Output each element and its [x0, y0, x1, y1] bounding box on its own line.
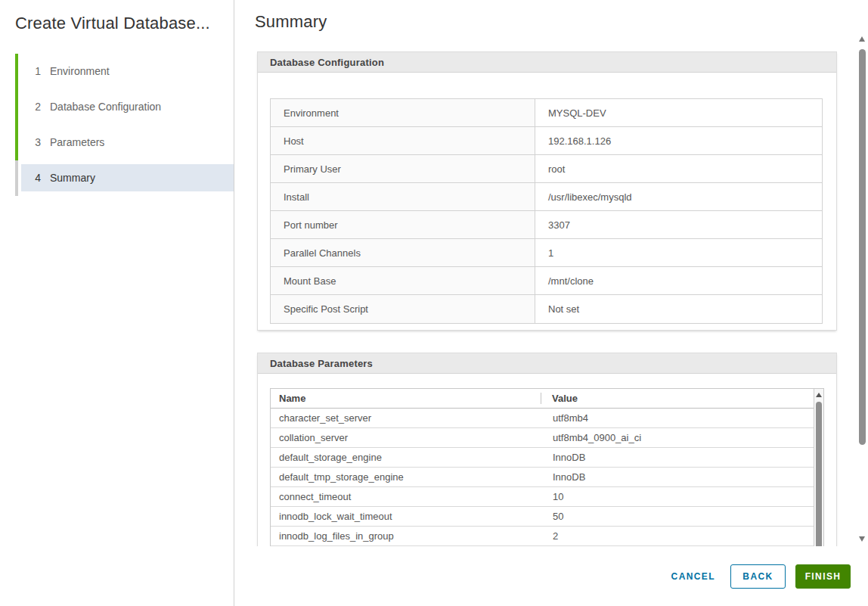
- config-label: Install: [271, 183, 535, 210]
- param-value: 50: [541, 511, 823, 522]
- param-name: innodb_log_files_in_group: [271, 530, 541, 542]
- config-label: Mount Base: [271, 267, 535, 294]
- database-parameters-grid: Name Value character_set_server utf8mb4 …: [270, 388, 824, 546]
- param-name: character_set_server: [271, 412, 541, 424]
- table-row: Host 192.168.1.126: [271, 127, 822, 155]
- config-label: Environment: [271, 99, 535, 126]
- column-header-name[interactable]: Name: [271, 389, 541, 408]
- param-value: InnoDB: [541, 471, 823, 483]
- param-name: innodb_lock_wait_timeout: [271, 511, 541, 522]
- sidebar-step-environment[interactable]: 1 Environment: [0, 54, 234, 89]
- database-parameters-panel: Database Parameters Name Value character…: [257, 353, 837, 546]
- config-value: /usr/libexec/mysqld: [535, 183, 822, 210]
- database-configuration-panel: Database Configuration Environment MYSQL…: [257, 51, 837, 331]
- table-row: connect_timeout 10: [271, 487, 823, 507]
- config-label: Port number: [271, 211, 535, 238]
- table-row: collation_server utf8mb4_0900_ai_ci: [271, 428, 823, 448]
- table-row: Specific Post Script Not set: [271, 295, 822, 323]
- table-row: innodb_log_files_in_group 2: [271, 527, 823, 546]
- step-label: Database Configuration: [50, 101, 161, 113]
- wizard-content: Summary Database Configuration Environme…: [234, 0, 868, 546]
- table-row: Environment MYSQL-DEV: [271, 99, 822, 127]
- step-number: 3: [34, 136, 41, 148]
- back-button[interactable]: BACK: [730, 564, 786, 589]
- param-value: 2: [541, 530, 823, 542]
- scroll-down-icon[interactable]: [859, 536, 865, 542]
- page-scrollbar-thumb[interactable]: [859, 49, 866, 445]
- config-value: MYSQL-DEV: [535, 99, 822, 126]
- config-label: Primary User: [271, 155, 535, 182]
- param-value: InnoDB: [541, 452, 823, 463]
- param-name: default_tmp_storage_engine: [271, 471, 541, 483]
- scroll-up-icon[interactable]: [859, 36, 865, 42]
- database-parameters-header: Database Parameters: [258, 353, 836, 374]
- config-value: 3307: [535, 211, 822, 238]
- wizard-sidebar: Create Virtual Database... 1 Environment…: [0, 0, 234, 606]
- wizard-footer: CANCEL BACK FINISH: [234, 546, 868, 606]
- param-value: utf8mb4: [541, 412, 823, 424]
- step-number: 2: [34, 101, 41, 113]
- step-number: 4: [34, 172, 41, 184]
- page-scrollbar[interactable]: [858, 36, 866, 542]
- step-progress-bar: [15, 89, 18, 125]
- param-name: connect_timeout: [271, 491, 541, 502]
- sidebar-step-parameters[interactable]: 3 Parameters: [0, 125, 234, 160]
- config-value: Not set: [535, 295, 822, 323]
- config-value: 1: [535, 239, 822, 266]
- grid-scrollbar-thumb[interactable]: [816, 402, 822, 546]
- table-row: Primary User root: [271, 155, 822, 183]
- step-progress-bar: [15, 54, 18, 89]
- database-configuration-table: Environment MYSQL-DEV Host 192.168.1.126…: [270, 98, 823, 324]
- wizard-steps: 1 Environment 2 Database Configuration 3…: [0, 54, 234, 196]
- table-row: innodb_lock_wait_timeout 50: [271, 507, 823, 527]
- config-label: Host: [271, 127, 535, 154]
- column-header-value[interactable]: Value: [541, 389, 823, 408]
- param-name: collation_server: [271, 432, 541, 443]
- grid-scrollbar[interactable]: [814, 389, 823, 546]
- wizard-title: Create Virtual Database...: [15, 14, 210, 33]
- step-label: Parameters: [50, 136, 104, 148]
- step-progress-bar: [15, 125, 18, 160]
- config-value: root: [535, 155, 822, 182]
- config-value: 192.168.1.126: [535, 127, 822, 154]
- step-label: Summary: [50, 172, 95, 184]
- table-row: character_set_server utf8mb4: [271, 409, 823, 428]
- step-number: 1: [34, 65, 41, 77]
- table-row: default_tmp_storage_engine InnoDB: [271, 468, 823, 487]
- scroll-up-icon[interactable]: [816, 393, 822, 397]
- sidebar-step-summary[interactable]: 4 Summary: [0, 160, 234, 196]
- database-configuration-header: Database Configuration: [258, 52, 836, 73]
- grid-header-row: Name Value: [271, 389, 823, 409]
- sidebar-step-database-configuration[interactable]: 2 Database Configuration: [0, 89, 234, 125]
- param-value: 10: [541, 491, 823, 502]
- table-row: Mount Base /mnt/clone: [271, 267, 822, 295]
- step-label: Environment: [50, 65, 110, 77]
- table-row: Install /usr/libexec/mysqld: [271, 183, 822, 211]
- table-row: Parallel Channels 1: [271, 239, 822, 267]
- page-title: Summary: [255, 12, 327, 32]
- param-name: default_storage_engine: [271, 452, 541, 463]
- table-row: default_storage_engine InnoDB: [271, 448, 823, 468]
- cancel-button[interactable]: CANCEL: [667, 564, 720, 589]
- config-label: Specific Post Script: [271, 295, 535, 323]
- config-value: /mnt/clone: [535, 267, 822, 294]
- step-progress-bar: [15, 160, 18, 196]
- finish-button[interactable]: FINISH: [795, 564, 851, 589]
- param-value: utf8mb4_0900_ai_ci: [541, 432, 823, 443]
- table-row: Port number 3307: [271, 211, 822, 239]
- config-label: Parallel Channels: [271, 239, 535, 266]
